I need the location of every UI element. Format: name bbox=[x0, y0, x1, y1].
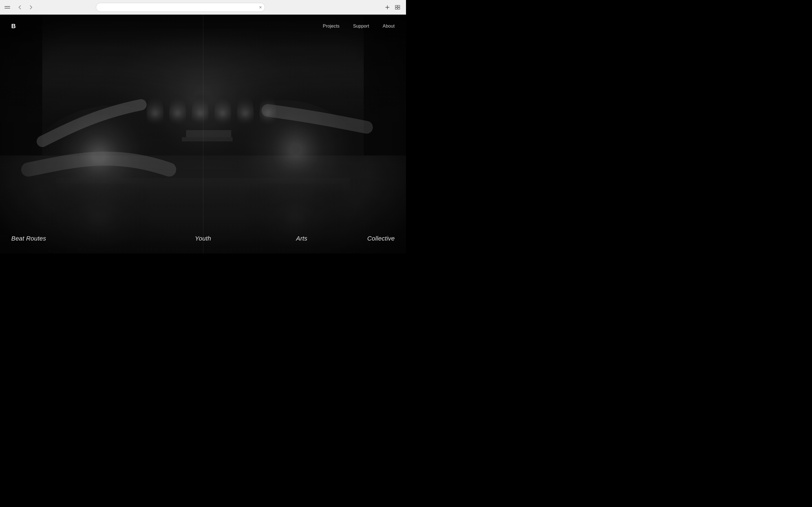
address-bar-clear-button[interactable]: ✕ bbox=[259, 5, 262, 9]
svg-rect-0 bbox=[395, 5, 397, 7]
hero-text-beat-routes: Beat Routes bbox=[11, 235, 46, 242]
browser-chrome: ✕ bbox=[0, 0, 406, 15]
svg-rect-2 bbox=[395, 8, 397, 9]
nav-link-projects[interactable]: Projects bbox=[323, 24, 340, 29]
vertical-divider bbox=[203, 15, 203, 253]
hero-text-youth: Youth bbox=[195, 235, 211, 242]
nav-link-about[interactable]: About bbox=[383, 24, 395, 29]
hero-text-collective: Collective bbox=[367, 235, 395, 242]
site-navigation: B Projects Support About bbox=[0, 15, 406, 38]
nav-link-support[interactable]: Support bbox=[353, 24, 369, 29]
sidebar-toggle-button[interactable] bbox=[4, 4, 12, 10]
new-tab-button[interactable] bbox=[384, 3, 391, 11]
address-bar-input[interactable] bbox=[96, 3, 265, 12]
hero-text-arts: Arts bbox=[296, 235, 307, 242]
tab-overview-button[interactable] bbox=[394, 3, 402, 11]
forward-button[interactable] bbox=[27, 3, 35, 11]
site-logo[interactable]: B bbox=[11, 22, 15, 30]
hero-text-overlay: Beat Routes Youth Arts Collective bbox=[0, 224, 406, 253]
back-button[interactable] bbox=[16, 3, 24, 11]
website-content: B Projects Support About Beat Routes You… bbox=[0, 15, 406, 253]
browser-actions bbox=[384, 3, 402, 11]
nav-links-container: Projects Support About bbox=[323, 24, 395, 29]
svg-rect-1 bbox=[398, 5, 400, 7]
address-bar-container: ✕ bbox=[96, 3, 265, 12]
svg-rect-3 bbox=[398, 8, 400, 9]
